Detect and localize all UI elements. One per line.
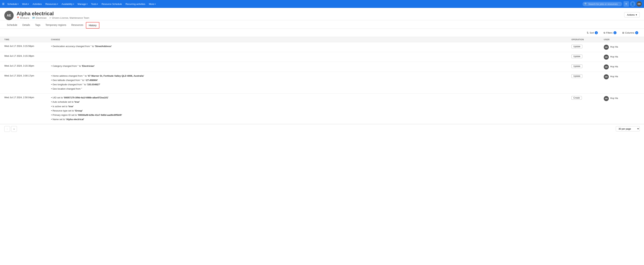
- schedule-chevron-icon: ▾: [18, 3, 18, 5]
- user-name: Huy Ha: [610, 74, 618, 78]
- search-input[interactable]: [582, 2, 622, 6]
- operation-cell: Update: [572, 74, 604, 78]
- columns-button[interactable]: ⊞ Columns 4: [621, 30, 640, 35]
- operation-badge: Update: [572, 64, 582, 68]
- tab-history[interactable]: History: [86, 22, 100, 28]
- operation-cell: Create: [572, 96, 604, 100]
- resource-category: 🪪 Electrician: [32, 16, 46, 19]
- table-row: Wed Jul 17 2024, 3:15:56pm Geolocation a…: [0, 42, 644, 52]
- top-navigation: ≡ Schedule ▾ Work ▾ Activities Resources…: [0, 0, 644, 8]
- tab-details[interactable]: Details: [20, 22, 32, 29]
- app-logo[interactable]: ≡: [2, 1, 4, 6]
- operation-badge: Create: [572, 96, 582, 100]
- actions-button[interactable]: Actions ▾: [624, 12, 640, 17]
- col-header-operation: OPERATION: [572, 38, 604, 40]
- user-cell: HH Huy Ha: [604, 74, 640, 79]
- resource-avatar: AE: [4, 11, 14, 20]
- filters-badge: 1: [614, 31, 616, 34]
- add-button[interactable]: +: [624, 1, 629, 7]
- tags-icon: ↩: [50, 16, 52, 19]
- resource-name: Alpha electrical: [16, 11, 89, 16]
- sort-button[interactable]: ⇅ Sort 1: [585, 30, 599, 35]
- operation-badge: Update: [572, 45, 582, 48]
- operation-badge: Update: [572, 74, 582, 78]
- time-cell: Wed Jul 17 2024, 3:15:56pm: [4, 44, 51, 47]
- nav-activities[interactable]: Activities: [31, 1, 44, 6]
- user-avatar-hh: HH: [604, 55, 609, 60]
- col-header-change: CHANGE: [51, 38, 572, 40]
- change-cell: Geolocation accuracy changed from '' to …: [51, 44, 572, 49]
- user-cell: HH Huy Ha: [604, 44, 640, 50]
- time-cell: Wed Jul 17 2024, 3:00:17pm: [4, 74, 51, 77]
- operation-cell: Update: [572, 44, 604, 48]
- user-name: Huy Ha: [610, 64, 618, 68]
- resource-info: Alpha electrical 📍 Brisbane 🪪 Electricia…: [16, 11, 89, 19]
- col-header-user: USER: [604, 38, 640, 40]
- resource-location: 📍 Brisbane: [16, 16, 29, 19]
- change-cell: UID set to '00057175-3f9d-4a1f-898b-a8ae…: [51, 96, 572, 122]
- table-header-row: TIME CHANGE OPERATION USER: [0, 37, 644, 42]
- actions-chevron-icon: ▾: [636, 13, 637, 16]
- nav-manage[interactable]: Manage ▾: [76, 1, 89, 6]
- nav-resource-schedule[interactable]: Resource Schedule: [100, 1, 124, 6]
- page-header: AE Alpha electrical 📍 Brisbane 🪪 Electri…: [0, 8, 644, 20]
- change-cell: Category changed from '' to 'Electrician…: [51, 64, 572, 68]
- resources-chevron-icon: ▾: [57, 3, 58, 5]
- time-cell: Wed Jul 17 2024, 3:15:30pm: [4, 64, 51, 67]
- operation-badge: Update: [572, 55, 582, 58]
- change-cell: Home address changed from '' to '47 Warn…: [51, 74, 572, 91]
- user-avatar-hh: HH: [604, 45, 609, 50]
- columns-icon: ⊞: [622, 31, 624, 34]
- tab-schedule[interactable]: Schedule: [4, 22, 20, 29]
- work-chevron-icon: ▾: [28, 3, 29, 5]
- search-wrapper: 🔍: [582, 2, 622, 6]
- resource-tags: ↩ Drivers License, Maintenance Team: [50, 16, 89, 19]
- pagination-prev-button[interactable]: ‹: [4, 126, 10, 132]
- table-row: Wed Jul 17 2024, 2:50:04pm UID set to '0…: [0, 94, 644, 124]
- time-cell: Wed Jul 17 2024, 2:50:04pm: [4, 96, 51, 99]
- notification-icon[interactable]: 👤: [630, 1, 636, 7]
- nav-work[interactable]: Work ▾: [20, 1, 31, 6]
- operation-cell: Update: [572, 64, 604, 68]
- per-page-select[interactable]: 10 per page 20 per page 30 per page 50 p…: [616, 126, 640, 131]
- sort-icon: ⇅: [587, 31, 589, 34]
- manage-chevron-icon: ▾: [86, 3, 88, 5]
- sort-badge: 1: [595, 31, 598, 34]
- location-icon: 📍: [16, 16, 20, 19]
- user-cell: HH Huy Ha: [604, 64, 640, 69]
- table-toolbar: ⇅ Sort 1 ⧉ Filters 1 ⊞ Columns 4: [0, 29, 644, 37]
- user-avatar[interactable]: HH: [636, 1, 642, 7]
- columns-badge: 4: [635, 31, 638, 34]
- operation-cell: Update: [572, 54, 604, 58]
- user-avatar-hh: HH: [604, 74, 609, 79]
- nav-more[interactable]: More ▾: [147, 1, 158, 6]
- nav-resources[interactable]: Resources ▾: [44, 1, 60, 6]
- nav-recurring-activities[interactable]: Recurring activities: [124, 1, 147, 6]
- filters-button[interactable]: ⧉ Filters 1: [602, 30, 618, 35]
- user-name: Huy Ha: [610, 45, 618, 48]
- user-avatar-hh: HH: [604, 64, 609, 69]
- table-row: Wed Jul 17 2024, 3:00:17pm Home address …: [0, 72, 644, 94]
- table-row: Wed Jul 17 2024, 3:15:30pm Category chan…: [0, 62, 644, 72]
- tabs-bar: Schedule Details Tags Temporary regions …: [0, 22, 644, 29]
- more-chevron-icon: ▾: [155, 3, 156, 5]
- filter-icon: ⧉: [604, 31, 605, 34]
- nav-availability[interactable]: Availability ▾: [60, 1, 76, 6]
- pagination-bar: ‹ › 10 per page 20 per page 30 per page …: [0, 124, 644, 134]
- user-cell: HH Huy Ha: [604, 54, 640, 60]
- tab-tags[interactable]: Tags: [32, 22, 43, 29]
- pagination-next-button[interactable]: ›: [11, 126, 17, 132]
- time-cell: Wed Jul 17 2024, 3:15:39pm: [4, 54, 51, 57]
- pagination-nav: ‹ ›: [4, 126, 17, 132]
- user-name: Huy Ha: [610, 96, 618, 99]
- nav-schedule[interactable]: Schedule ▾: [6, 1, 20, 6]
- category-icon: 🪪: [32, 16, 35, 19]
- tab-temporary-regions[interactable]: Temporary regions: [43, 22, 69, 29]
- history-table: TIME CHANGE OPERATION USER Wed Jul 17 20…: [0, 37, 644, 124]
- availability-chevron-icon: ▾: [73, 3, 74, 5]
- user-name: Huy Ha: [610, 55, 618, 58]
- table-row: Wed Jul 17 2024, 3:15:39pm Update HH Huy…: [0, 52, 644, 62]
- nav-tools[interactable]: Tools ▾: [89, 1, 100, 6]
- user-avatar-hh: HH: [604, 96, 609, 101]
- tab-resources[interactable]: Resources: [69, 22, 86, 29]
